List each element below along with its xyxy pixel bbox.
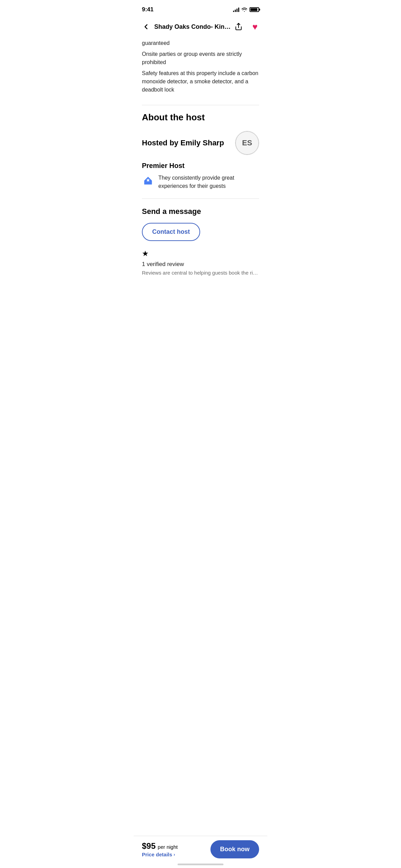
nav-bar: Shady Oaks Condo- King Bed,... ♥ [134, 17, 267, 36]
review-preview: Reviews are central to helping guests bo… [142, 270, 259, 276]
message-section-title: Send a message [142, 207, 259, 216]
battery-icon [250, 7, 259, 12]
safety-line1: guaranteed [142, 39, 259, 47]
signal-bars-icon [233, 7, 239, 12]
host-avatar: ES [235, 131, 259, 155]
premier-desc-row: They consistently provide great experien… [142, 174, 259, 190]
status-icons [233, 7, 259, 12]
review-star-row: ★ [142, 249, 259, 258]
main-content: guaranteed Onsite parties or group event… [134, 36, 267, 276]
premier-host-section: Premier Host They consistently provide g… [142, 162, 259, 190]
message-section: Send a message Contact host [142, 207, 259, 241]
review-count: 1 verified review [142, 261, 259, 268]
status-time: 9:41 [142, 6, 154, 13]
contact-host-button[interactable]: Contact host [142, 223, 200, 241]
host-row: Hosted by Emily Sharp ES [142, 131, 259, 155]
safety-line3: Safety features at this property include… [142, 69, 259, 94]
share-button[interactable] [232, 20, 245, 34]
reviews-section: ★ 1 verified review Reviews are central … [142, 249, 259, 276]
avatar-ring [235, 131, 259, 155]
host-name: Hosted by Emily Sharp [142, 138, 224, 147]
nav-actions: ♥ [232, 20, 262, 34]
safety-text-section: guaranteed Onsite parties or group event… [142, 36, 259, 98]
status-bar: 9:41 [134, 0, 267, 17]
back-button[interactable] [139, 20, 153, 34]
premier-host-icon [142, 174, 154, 187]
star-icon: ★ [142, 249, 149, 258]
divider-safety [142, 105, 259, 105]
about-host-title: About the host [142, 112, 259, 123]
divider-premier [142, 198, 259, 199]
wifi-icon [241, 7, 247, 12]
favorite-button[interactable]: ♥ [248, 20, 262, 34]
premier-desc-text: They consistently provide great experien… [158, 174, 259, 190]
safety-line2: Onsite parties or group events are stric… [142, 50, 259, 67]
heart-icon: ♥ [252, 22, 257, 32]
page-title: Shady Oaks Condo- King Bed,... [154, 23, 232, 31]
premier-host-title: Premier Host [142, 162, 259, 170]
